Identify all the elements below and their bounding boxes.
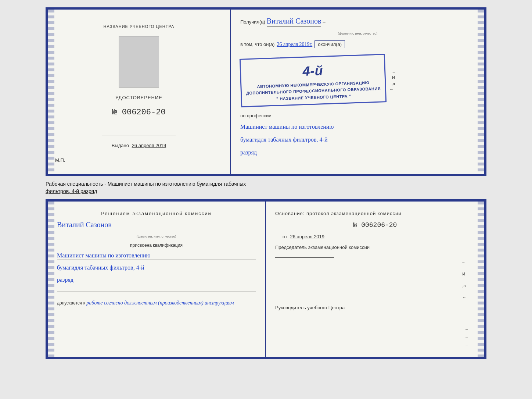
vtom-date: 26 апреля 2019г. <box>277 42 312 47</box>
cert-protocol-number: № 006206-20 <box>275 221 475 229</box>
profession-line3: разряд <box>240 149 475 156</box>
mp-label: М.П. <box>55 157 65 163</box>
dopuskaetsya-line: допускается к работе согласно должностны… <box>57 300 256 306</box>
recipient-name: Виталий Сазонов <box>267 17 321 26</box>
po-professii-label: по профессии <box>240 113 475 118</box>
rukovoditel-label: Руководитель учебного Центра <box>275 305 475 310</box>
cert-name-block: Виталий Сазонов <box>57 221 256 230</box>
profession-line2: бумагидля табачных фильтров, 4-й <box>240 136 475 144</box>
diploma-document: НАЗВАНИЕ УЧЕБНОГО ЦЕНТРА УДОСТОВЕРЕНИЕ №… <box>46 7 486 176</box>
cert-qual-line1: Машинист машины по изготовлению <box>57 252 256 260</box>
fio-caption: (фамилия, имя, отчество) <box>240 32 475 35</box>
ot-line: от 26 апреля 2019 <box>275 234 475 239</box>
osnovanie-title: Основание: протокол экзаменационной коми… <box>275 211 475 216</box>
udost-label: УДОСТОВЕРЕНИЕ <box>115 95 162 100</box>
vydano-line: Выдано 26 апреля 2019 <box>112 143 166 148</box>
okoncil-box: окончил(а) <box>314 40 345 48</box>
predsedatel-signature-line <box>275 257 334 258</box>
separator-text2: фильтров, 4-й разряд <box>46 188 97 194</box>
cert-name: Виталий Сазонов <box>57 221 112 229</box>
resheniem-title: Решением экзаменационной комиссии <box>57 211 256 216</box>
prisvoena-label: присвоена квалификация <box>57 243 256 248</box>
profession-line1: Машинист машины по изготовлению <box>240 124 475 131</box>
poluchil-line: Получил(а) Виталий Сазонов – <box>240 17 475 26</box>
udost-number: № 006206-20 <box>112 108 165 117</box>
separator-text: Рабочая специальность - Машинист машины … <box>46 181 486 195</box>
cert-left-panel: Решением экзаменационной комиссии Витали… <box>48 202 266 357</box>
diploma-center-title: НАЗВАНИЕ УЧЕБНОГО ЦЕНТРА <box>104 24 175 29</box>
vtom-line: в том, что он(а) 26 апреля 2019г. окончи… <box>240 40 475 48</box>
dopuskaetsya-text: работе согласно должностным (производств… <box>86 300 234 306</box>
predsedatel-label: Председатель экзаменационной комиссии <box>275 245 370 250</box>
rukovoditel-signature-line <box>275 318 334 318</box>
stamp-box: 4-й АВТОНОМНУЮ НЕКОММЕРЧЕСКУЮ ОРГАНИЗАЦИ… <box>240 54 387 107</box>
cert-right-panel: Основание: протокол экзаменационной коми… <box>266 202 484 357</box>
cert-document: Решением экзаменационной комиссии Витали… <box>46 199 486 359</box>
cert-fio-caption: (фамилия, имя, отчество) <box>57 235 256 238</box>
diploma-left-panel: НАЗВАНИЕ УЧЕБНОГО ЦЕНТРА УДОСТОВЕРЕНИЕ №… <box>48 10 231 174</box>
photo-placeholder <box>119 36 159 88</box>
stamp-area: 4-й АВТОНОМНУЮ НЕКОММЕРЧЕСКУЮ ОРГАНИЗАЦИ… <box>240 53 475 108</box>
cert-qual-line2: бумагидля табачных фильтров, 4-й <box>57 264 256 272</box>
diploma-right-panel: Получил(а) Виталий Сазонов – (фамилия, и… <box>231 10 484 174</box>
cert-qual-line3: разряд <box>57 277 256 284</box>
